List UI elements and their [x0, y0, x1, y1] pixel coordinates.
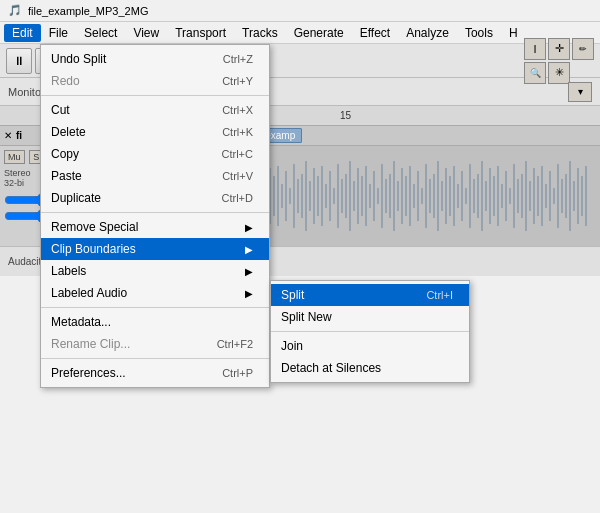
remove-special-arrow: ▶	[245, 222, 253, 233]
menu-item-transport[interactable]: Transport	[167, 24, 234, 42]
cut-shortcut: Ctrl+X	[222, 104, 253, 116]
split-new-label: Split New	[281, 310, 332, 324]
menu-paste[interactable]: Paste Ctrl+V	[41, 165, 269, 187]
redo-label: Redo	[51, 74, 80, 88]
menu-item-edit[interactable]: Edit	[4, 24, 41, 42]
menu-copy[interactable]: Copy Ctrl+C	[41, 143, 269, 165]
menu-item-generate[interactable]: Generate	[286, 24, 352, 42]
menu-bar: Edit File Select View Transport Tracks G…	[0, 22, 600, 44]
duplicate-shortcut: Ctrl+D	[222, 192, 253, 204]
delete-shortcut: Ctrl+K	[222, 126, 253, 138]
separator-1	[41, 95, 269, 96]
duplicate-label: Duplicate	[51, 191, 101, 205]
multi-tool-button[interactable]: ✳	[548, 62, 570, 84]
menu-clip-boundaries[interactable]: Clip Boundaries ▶	[41, 238, 269, 260]
menu-labels[interactable]: Labels ▶	[41, 260, 269, 282]
remove-special-label: Remove Special	[51, 220, 138, 234]
menu-item-file[interactable]: File	[41, 24, 76, 42]
undo-split-label: Undo Split	[51, 52, 106, 66]
track-name-label: fi	[16, 130, 22, 141]
detach-silences-label: Detach at Silences	[281, 361, 381, 375]
labeled-audio-arrow: ▶	[245, 288, 253, 299]
labels-arrow: ▶	[245, 266, 253, 277]
dropdown-button[interactable]: ▾	[568, 82, 592, 102]
menu-item-tracks[interactable]: Tracks	[234, 24, 286, 42]
menu-item-analyze[interactable]: Analyze	[398, 24, 457, 42]
menu-item-view[interactable]: View	[125, 24, 167, 42]
join-label: Join	[281, 339, 303, 353]
menu-labeled-audio[interactable]: Labeled Audio ▶	[41, 282, 269, 304]
menu-cut[interactable]: Cut Ctrl+X	[41, 99, 269, 121]
submenu-split-new[interactable]: Split New	[271, 306, 469, 328]
draw-tool-button[interactable]: ✏	[572, 38, 594, 60]
menu-remove-special[interactable]: Remove Special ▶	[41, 216, 269, 238]
edit-dropdown-menu: Undo Split Ctrl+Z Redo Ctrl+Y Cut Ctrl+X…	[40, 44, 270, 388]
track-close-button[interactable]: ✕	[4, 130, 12, 141]
metadata-label: Metadata...	[51, 315, 111, 329]
menu-redo[interactable]: Redo Ctrl+Y	[41, 70, 269, 92]
rename-clip-shortcut: Ctrl+F2	[217, 338, 253, 350]
copy-shortcut: Ctrl+C	[222, 148, 253, 160]
zoom-tool-button[interactable]: 🔍	[524, 62, 546, 84]
pause-button[interactable]: ⏸	[6, 48, 32, 74]
submenu-separator-1	[271, 331, 469, 332]
undo-split-shortcut: Ctrl+Z	[223, 53, 253, 65]
ruler-marker: 15	[340, 110, 351, 121]
submenu-detach-silences[interactable]: Detach at Silences	[271, 357, 469, 379]
menu-undo-split[interactable]: Undo Split Ctrl+Z	[41, 48, 269, 70]
rename-clip-label: Rename Clip...	[51, 337, 130, 351]
submenu-split[interactable]: Split Ctrl+I	[271, 284, 469, 306]
split-label: Split	[281, 288, 304, 302]
redo-shortcut: Ctrl+Y	[222, 75, 253, 87]
title-bar: 🎵 file_example_MP3_2MG	[0, 0, 600, 22]
menu-metadata[interactable]: Metadata...	[41, 311, 269, 333]
cut-label: Cut	[51, 103, 70, 117]
menu-item-effect[interactable]: Effect	[352, 24, 398, 42]
mute-button[interactable]: Mu	[4, 150, 25, 164]
menu-preferences[interactable]: Preferences... Ctrl+P	[41, 362, 269, 384]
app-icon: 🎵	[8, 4, 22, 17]
clip-boundaries-arrow: ▶	[245, 244, 253, 255]
separator-4	[41, 358, 269, 359]
menu-rename-clip[interactable]: Rename Clip... Ctrl+F2	[41, 333, 269, 355]
clip-boundaries-label: Clip Boundaries	[51, 242, 136, 256]
delete-label: Delete	[51, 125, 86, 139]
submenu-join[interactable]: Join	[271, 335, 469, 357]
menu-item-tools[interactable]: Tools	[457, 24, 501, 42]
copy-label: Copy	[51, 147, 79, 161]
preferences-label: Preferences...	[51, 366, 126, 380]
split-shortcut: Ctrl+I	[426, 289, 453, 301]
menu-duplicate[interactable]: Duplicate Ctrl+D	[41, 187, 269, 209]
separator-3	[41, 307, 269, 308]
labeled-audio-label: Labeled Audio	[51, 286, 127, 300]
menu-delete[interactable]: Delete Ctrl+K	[41, 121, 269, 143]
select-tool-button[interactable]: ✛	[548, 38, 570, 60]
preferences-shortcut: Ctrl+P	[222, 367, 253, 379]
paste-label: Paste	[51, 169, 82, 183]
separator-2	[41, 212, 269, 213]
cursor-tool-button[interactable]: I	[524, 38, 546, 60]
clip-boundaries-submenu: Split Ctrl+I Split New Join Detach at Si…	[270, 280, 470, 383]
menu-item-help[interactable]: H	[501, 24, 526, 42]
menu-item-select[interactable]: Select	[76, 24, 125, 42]
labels-label: Labels	[51, 264, 86, 278]
app-title: file_example_MP3_2MG	[28, 5, 148, 17]
paste-shortcut: Ctrl+V	[222, 170, 253, 182]
